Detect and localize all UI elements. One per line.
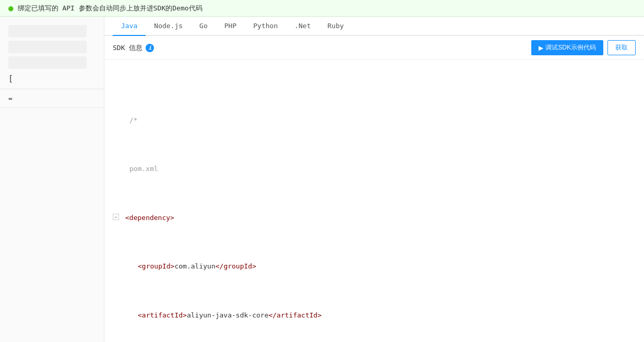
tab-python[interactable]: Python	[245, 17, 286, 36]
code-line-3: − <dependency>	[113, 212, 644, 224]
sdk-info-label: SDK 信息	[113, 43, 142, 53]
code-line-2: pom.xml	[113, 163, 644, 175]
code-block: /* pom.xml − <dependency> <groupId>com.a…	[104, 60, 644, 342]
tab-java[interactable]: Java	[113, 17, 146, 36]
tab-nodejs[interactable]: Node.js	[146, 17, 191, 36]
content-area: Java Node.js Go PHP Python .Net Ruby SDK…	[104, 17, 644, 342]
top-banner: ● 绑定已填写的 API 参数会自动同步上放并进SDK的Demo代码	[0, 0, 644, 17]
code-line-1: /*	[113, 114, 644, 126]
obtain-btn-label: 获取	[615, 44, 628, 51]
code-line-4: <groupId>com.aliyun</groupId>	[113, 260, 644, 272]
code-line-5: <artifactId>aliyun-java-sdk-core</artifa…	[113, 309, 644, 321]
sdk-info-bar: SDK 信息 i ▶ 调试SDK示例代码 获取	[104, 36, 644, 60]
banner-text: 绑定已填写的 API 参数会自动同步上放并进SDK的Demo代码	[18, 4, 202, 13]
sidebar-divider-2	[0, 107, 104, 108]
play-icon: ▶	[539, 44, 543, 52]
tab-go[interactable]: Go	[191, 17, 216, 36]
sidebar-divider	[0, 89, 104, 89]
sdk-info-left: SDK 信息 i	[113, 43, 154, 53]
tab-php[interactable]: PHP	[216, 17, 245, 36]
sidebar-item-3	[8, 56, 87, 69]
code-container[interactable]: /* pom.xml − <dependency> <groupId>com.a…	[104, 60, 644, 342]
sidebar-eq: =	[0, 92, 104, 104]
debug-sdk-button[interactable]: ▶ 调试SDK示例代码	[531, 40, 603, 55]
sidebar-bracket: [	[0, 72, 104, 86]
debug-btn-label: 调试SDK示例代码	[545, 43, 596, 52]
sidebar-item-2	[8, 41, 87, 53]
sidebar-item-1	[8, 25, 87, 38]
info-icon[interactable]: i	[146, 44, 154, 52]
tabs-bar: Java Node.js Go PHP Python .Net Ruby	[104, 17, 644, 36]
sidebar: [ =	[0, 17, 104, 342]
tab-ruby[interactable]: Ruby	[319, 17, 352, 36]
sdk-info-right: ▶ 调试SDK示例代码 获取	[531, 40, 636, 55]
tab-dotnet[interactable]: .Net	[286, 17, 319, 36]
fold-btn-1[interactable]: −	[113, 214, 119, 220]
check-icon: ●	[8, 3, 14, 13]
obtain-button[interactable]: 获取	[607, 40, 636, 55]
